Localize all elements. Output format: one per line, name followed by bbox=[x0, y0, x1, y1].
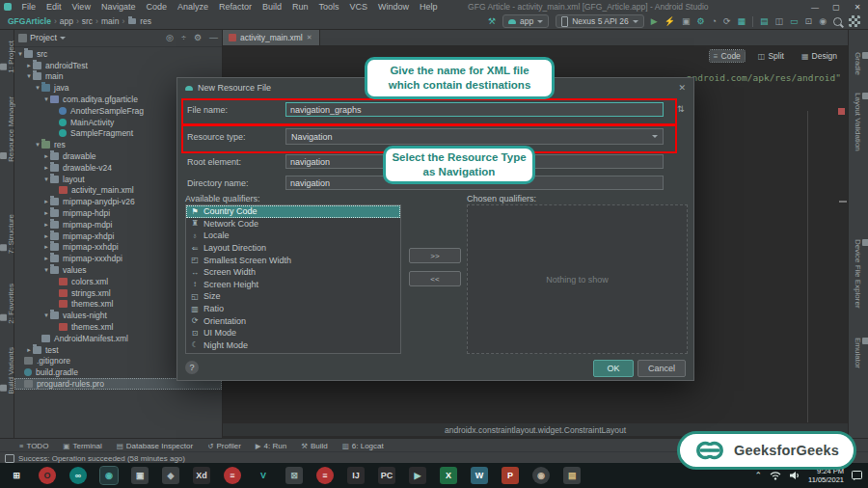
chevron-down-icon[interactable]: ▾ bbox=[42, 312, 50, 319]
search-icon[interactable] bbox=[833, 17, 842, 26]
pycharm-icon[interactable]: PC bbox=[378, 467, 395, 484]
breadcrumb-item-main[interactable]: main bbox=[99, 16, 121, 26]
tool-strip-resource-manager[interactable]: Resource Manager bbox=[0, 96, 14, 162]
qualifier-locale[interactable]: ♁Locale bbox=[186, 230, 400, 242]
menu-item-file[interactable]: File bbox=[16, 2, 41, 12]
tray-expand-icon[interactable]: ⌃ bbox=[754, 471, 762, 480]
qualifier-screen-height[interactable]: ↕Screen Height bbox=[186, 279, 400, 291]
menu-item-code[interactable]: Code bbox=[141, 2, 173, 12]
tool-window-6-logcat[interactable]: ▥6: Logcat bbox=[342, 442, 384, 450]
tool-window-todo[interactable]: ≡TODO bbox=[19, 442, 48, 450]
file-explorer-icon[interactable]: ▤ bbox=[563, 467, 581, 484]
sync-icon[interactable]: ⟳ bbox=[723, 17, 731, 26]
video-editor-icon[interactable]: ▶ bbox=[409, 467, 426, 484]
menu-item-tools[interactable]: Tools bbox=[313, 2, 344, 12]
locate-icon[interactable]: ◎ bbox=[166, 33, 174, 42]
menu-item-run[interactable]: Run bbox=[287, 2, 314, 12]
intellij-idea-icon[interactable]: IJ bbox=[347, 467, 365, 484]
device-manager-icon[interactable]: ▦ bbox=[738, 17, 746, 26]
menu-item-window[interactable]: Window bbox=[373, 2, 415, 12]
tool-window-build[interactable]: ⚒Build bbox=[301, 442, 328, 450]
mode-split[interactable]: ◫Split bbox=[754, 50, 788, 62]
tool-window-profiler[interactable]: ↺Profiler bbox=[207, 442, 241, 450]
event-log-icon[interactable] bbox=[5, 454, 14, 463]
arduino-icon[interactable]: ∞ bbox=[69, 467, 87, 484]
chevron-right-icon[interactable]: ▸ bbox=[42, 243, 50, 251]
qualifier-smallest-screen-width[interactable]: ◰Smallest Screen Width bbox=[186, 254, 400, 266]
chevron-right-icon[interactable]: ▸ bbox=[42, 164, 50, 172]
menu-item-analyze[interactable]: Analyze bbox=[172, 2, 213, 12]
help-button[interactable]: ? bbox=[185, 361, 199, 374]
run-icon[interactable]: ▶ bbox=[651, 17, 658, 26]
qualifier-screen-width[interactable]: ↔Screen Width bbox=[186, 266, 400, 279]
build-apk-icon[interactable]: ▤ bbox=[760, 17, 769, 26]
chevron-right-icon[interactable]: ▸ bbox=[42, 255, 50, 262]
excel-icon[interactable]: X bbox=[440, 467, 457, 484]
move-left-button[interactable]: << bbox=[409, 271, 461, 286]
android-studio-icon[interactable]: ◉ bbox=[100, 467, 118, 484]
error-stripe-marker[interactable] bbox=[838, 108, 845, 115]
collapse-all-icon[interactable]: ÷ bbox=[181, 33, 186, 42]
close-button[interactable]: ✕ bbox=[847, 3, 868, 12]
chevron-down-icon[interactable]: ▾ bbox=[16, 50, 24, 58]
tool-window-4-run[interactable]: ▶4: Run bbox=[256, 442, 286, 450]
breadcrumb-item-app[interactable]: app bbox=[58, 16, 75, 26]
volume-icon[interactable] bbox=[789, 471, 800, 480]
menu-item-help[interactable]: Help bbox=[415, 2, 444, 12]
sdk-manager-icon[interactable]: ⊡ bbox=[805, 17, 813, 26]
field-history-icon[interactable]: ⇅ bbox=[677, 104, 685, 114]
qualifier-layout-direction[interactable]: ⇐Layout Direction bbox=[186, 242, 400, 255]
project-panel-title-group[interactable]: Project bbox=[18, 33, 66, 42]
cancel-button[interactable]: Cancel bbox=[637, 360, 686, 377]
camtasia-icon[interactable]: ≡ bbox=[224, 467, 241, 484]
mode-code[interactable]: ≡Code bbox=[710, 50, 745, 62]
menu-item-vcs[interactable]: VCS bbox=[344, 2, 373, 12]
hide-panel-icon[interactable]: — bbox=[209, 33, 218, 42]
scrollbar-thumb[interactable] bbox=[839, 201, 847, 203]
tree-item-androidtest[interactable]: ▸androidTest bbox=[14, 60, 222, 71]
qualifier-country-code[interactable]: ⚑Country Code bbox=[186, 205, 400, 218]
chevron-right-icon[interactable]: ▸ bbox=[42, 221, 50, 229]
chrome-icon[interactable]: ◉ bbox=[532, 467, 550, 484]
menu-item-navigate[interactable]: Navigate bbox=[95, 2, 141, 12]
windows-start-icon[interactable]: ⊞ bbox=[8, 467, 25, 484]
resource-type-select[interactable]: Navigation bbox=[285, 128, 664, 145]
menu-item-view[interactable]: View bbox=[67, 2, 95, 12]
run-config-selector[interactable]: app bbox=[502, 14, 549, 28]
chevron-right-icon[interactable]: ▸ bbox=[42, 209, 50, 217]
ok-button[interactable]: OK bbox=[593, 360, 634, 377]
maximize-button[interactable]: ▢ bbox=[826, 3, 847, 12]
chevron-right-icon[interactable]: ▸ bbox=[25, 346, 33, 354]
file-name-input[interactable] bbox=[285, 102, 664, 117]
settings-icon[interactable]: ⚙ bbox=[194, 33, 202, 42]
wrench-icon[interactable]: ⚒ bbox=[488, 17, 496, 26]
layout-inspector-icon[interactable]: ◉ bbox=[819, 17, 827, 26]
wifi-icon[interactable] bbox=[770, 471, 781, 480]
apply-changes-icon[interactable]: ⚡ bbox=[665, 17, 675, 26]
tool-window-terminal[interactable]: ▣Terminal bbox=[63, 442, 101, 450]
chevron-down-icon[interactable]: ▾ bbox=[42, 176, 50, 183]
tool-window-database-inspector[interactable]: ▤Database Inspector bbox=[117, 442, 193, 450]
coverage-icon[interactable]: ▣ bbox=[682, 17, 691, 26]
avd-manager-icon[interactable]: ▭ bbox=[790, 17, 799, 26]
tool-strip-build-variants[interactable]: Build Variants bbox=[0, 347, 14, 394]
powerpoint-icon[interactable]: P bbox=[502, 467, 519, 484]
menu-item-edit[interactable]: Edit bbox=[41, 2, 68, 12]
chevron-right-icon[interactable]: ▸ bbox=[25, 62, 33, 69]
notification-center-icon[interactable] bbox=[852, 471, 862, 480]
chevron-right-icon[interactable]: ▸ bbox=[42, 198, 50, 205]
minimize-button[interactable]: — bbox=[804, 3, 826, 12]
opera-gx-icon[interactable]: O bbox=[39, 467, 56, 484]
tool-strip-emulator[interactable]: Emulator bbox=[854, 338, 868, 368]
chevron-down-icon[interactable]: ▾ bbox=[34, 84, 41, 92]
profiler-icon[interactable]: ◔ bbox=[712, 17, 717, 26]
breadcrumb-item-res[interactable]: res bbox=[138, 16, 153, 26]
camtasia-2-icon[interactable]: ≡ bbox=[316, 467, 334, 484]
tree-item-src[interactable]: ▾src bbox=[14, 48, 222, 60]
tool-strip-1-project[interactable]: 1: Project bbox=[0, 41, 14, 73]
qualifier-network-code[interactable]: ♜Network Code bbox=[186, 218, 400, 230]
breadcrumb-item-gfgarticle[interactable]: GFGArticle bbox=[6, 16, 53, 26]
dialog-close-icon[interactable]: ✕ bbox=[678, 83, 686, 93]
qualifier-night-mode[interactable]: ☾Night Mode bbox=[186, 339, 400, 352]
chevron-down-icon[interactable]: ▾ bbox=[42, 95, 50, 103]
